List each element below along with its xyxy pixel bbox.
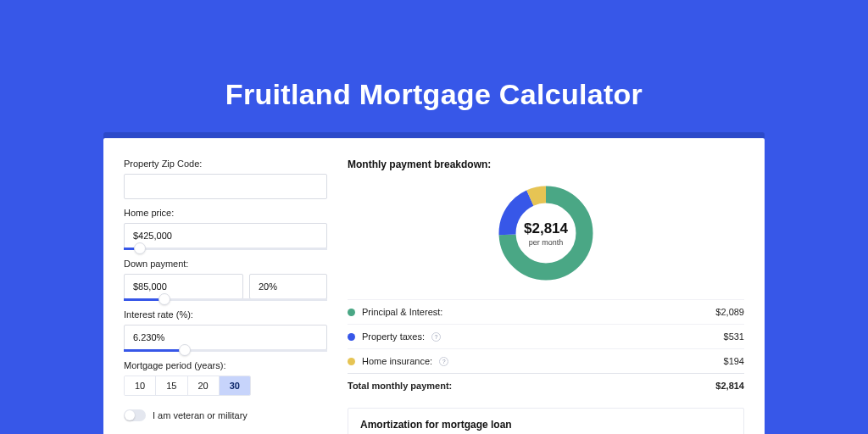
veteran-toggle-row: I am veteran or military <box>124 409 327 421</box>
slider-thumb[interactable] <box>134 242 146 254</box>
legend-value: $531 <box>724 331 744 342</box>
down-payment-slider[interactable] <box>124 298 327 301</box>
period-option-30[interactable]: 30 <box>220 376 250 395</box>
legend-value: $194 <box>724 356 744 366</box>
period-option-15[interactable]: 15 <box>156 376 187 395</box>
down-payment-row <box>124 274 327 299</box>
info-icon[interactable]: ? <box>431 332 441 342</box>
home-price-input[interactable] <box>124 223 327 248</box>
interest-rate-input[interactable] <box>124 325 327 350</box>
legend-left: Home insurance:? <box>348 356 448 366</box>
donut-chart-wrap: $2,814 per month <box>348 182 744 284</box>
page-title: Fruitland Mortgage Calculator <box>0 0 868 132</box>
mortgage-period-field: Mortgage period (years): 10152030 <box>124 360 327 396</box>
legend-dot-icon <box>348 333 355 341</box>
zip-field: Property Zip Code: <box>124 159 327 199</box>
mortgage-period-segmented: 10152030 <box>124 376 251 396</box>
legend-left: Principal & Interest: <box>348 307 442 317</box>
amortization-title: Amortization for mortgage loan <box>360 419 732 431</box>
mortgage-period-label: Mortgage period (years): <box>124 360 327 370</box>
period-option-10[interactable]: 10 <box>125 376 156 395</box>
card-shadow: Property Zip Code: Home price: Down paym… <box>103 132 765 434</box>
interest-rate-field: Interest rate (%): <box>124 309 327 352</box>
home-price-slider[interactable] <box>124 248 327 250</box>
legend-dot-icon <box>348 309 355 316</box>
info-icon[interactable]: ? <box>439 357 448 366</box>
slider-fill <box>124 349 185 352</box>
donut-center-value: $2,814 <box>524 220 568 237</box>
veteran-toggle-label: I am veteran or military <box>153 410 248 420</box>
down-payment-percent-input[interactable] <box>249 274 327 299</box>
slider-thumb[interactable] <box>179 344 191 356</box>
down-payment-field: Down payment: <box>124 259 327 301</box>
donut-center-sub: per month <box>529 238 564 247</box>
donut-center: $2,814 per month <box>495 182 597 284</box>
legend-label: Principal & Interest: <box>362 307 442 317</box>
period-option-20[interactable]: 20 <box>188 376 220 395</box>
amortization-box: Amortization for mortgage loan Amortizat… <box>348 408 744 434</box>
legend-left: Property taxes:? <box>348 331 441 342</box>
legend-row-total: Total monthly payment: $2,814 <box>348 373 744 398</box>
home-price-field: Home price: <box>124 208 327 250</box>
legend-value: $2,089 <box>715 307 744 317</box>
interest-rate-slider[interactable] <box>124 349 327 352</box>
total-label-text: Total monthly payment: <box>348 381 452 391</box>
legend-row: Principal & Interest:$2,089 <box>348 299 744 324</box>
interest-rate-label: Interest rate (%): <box>124 309 327 320</box>
legend-dot-icon <box>348 358 355 365</box>
down-payment-input[interactable] <box>124 274 243 299</box>
legend-row: Property taxes:?$531 <box>348 324 744 348</box>
legend-label: Home insurance: <box>362 356 432 366</box>
veteran-toggle[interactable] <box>124 409 146 421</box>
slider-thumb[interactable] <box>159 293 170 305</box>
legend-row: Home insurance:?$194 <box>348 348 744 373</box>
inputs-column: Property Zip Code: Home price: Down paym… <box>124 159 327 434</box>
legend-total-value: $2,814 <box>715 381 744 391</box>
home-price-label: Home price: <box>124 208 327 218</box>
breakdown-title: Monthly payment breakdown: <box>348 159 744 170</box>
breakdown-column: Monthly payment breakdown: $2,814 per mo… <box>348 159 744 434</box>
legend-label: Property taxes: <box>362 331 425 342</box>
zip-label: Property Zip Code: <box>124 159 327 169</box>
legend: Principal & Interest:$2,089Property taxe… <box>348 299 744 373</box>
donut-chart: $2,814 per month <box>495 182 597 284</box>
zip-input[interactable] <box>124 174 327 199</box>
down-payment-label: Down payment: <box>124 259 327 269</box>
calculator-card: Property Zip Code: Home price: Down paym… <box>103 138 765 434</box>
legend-total-label: Total monthly payment: <box>348 381 452 391</box>
